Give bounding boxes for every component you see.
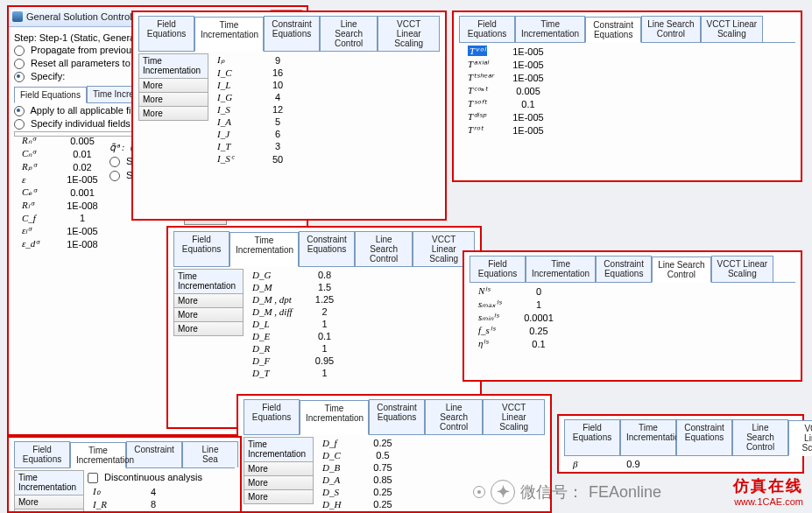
table-row: C_f1 [17,212,109,224]
tab-field[interactable]: FieldEquations [470,256,526,282]
tab-field[interactable]: FieldEquations [173,231,229,266]
radio-propagate[interactable] [14,46,25,56]
radio-specify-indiv[interactable] [14,119,25,130]
table-row: Tᵃˣⁱᵃˡ1E-005 [462,58,555,71]
tvol-table: Tᵛᵒˡ1E-005Tᵃˣⁱᵃˡ1E-005Tᵗˢʰᵉᵃʳ1E-005Tᶜᵒⁿᵗ… [462,45,555,137]
tab-time[interactable]: TimeIncrementation [70,442,126,468]
tab-constr[interactable]: ConstraintEquations [676,419,732,455]
tab-time[interactable]: TimeIncrementation [229,232,299,267]
table-row: Tᶜᵒⁿᵗ0.005 [462,84,555,97]
tab-line[interactable]: Line SearchControl [732,419,788,455]
brand-footer: 仿真在线 www.1CAE.com [733,477,803,508]
table-row: I_A5 [212,116,305,128]
tab-time[interactable]: TimeIncrementation [194,17,264,52]
qalpha-label: q̃ᵃ : [109,142,124,152]
table-row: sₘₐₓˡˢ1 [473,298,566,311]
tab-time[interactable]: TimeIncrementation [515,16,585,42]
table-row: Cₙᵅ0.01 [17,147,109,160]
table-row: D_G0.8 [247,269,352,281]
table-row: Tᵗˢʰᵉᵃʳ1E-005 [462,71,555,84]
more-button[interactable]: More [14,495,84,509]
tab-line[interactable]: Line SearchControl [641,16,700,42]
table-row: Tᵈⁱˢᵖ1E-005 [462,110,555,123]
tab-line[interactable]: Line SearchControl [355,231,413,266]
tab-constr[interactable]: ConstraintEquations [585,17,641,43]
table-row: I_C16 [212,67,305,79]
ip-table: Iₚ9I_C16I_L10I_G4I_S12I_A5I_J6I_T3I_Sᶜ50 [212,53,305,165]
tab-field[interactable]: FieldEquations [459,16,515,42]
label-discontinuous: Discontinuous analysis [104,472,202,482]
tab-line[interactable]: Line SearchControl [320,16,378,51]
side-label-time-inc: Time Incrementation [173,269,244,294]
table-row: Rₙᵅ0.005 [17,134,109,147]
tab-constr[interactable]: ConstraintEquations [264,16,320,51]
table-row: I_T3 [212,140,305,152]
table-row: Tᵛᵒˡ1E-005 [462,45,555,58]
table-row: D_E0.1 [247,330,352,342]
step-label: Step: [14,32,37,43]
more-button[interactable]: More [244,489,314,504]
tab-vcct[interactable]: VCCT LinearScaling [711,256,774,282]
more-button[interactable]: More [173,293,244,308]
df-table: D_f0.25D_C0.5D_B0.75D_A0.85D_S0.25D_H0.2… [317,437,410,513]
tab-line[interactable]: LineSea [182,441,238,467]
wechat-watermark: ✦ 微信号： FEAonline [473,480,661,504]
more-button[interactable]: More [244,461,314,476]
more-button[interactable]: More [138,92,208,107]
tab-vcct[interactable]: VCCT LinearScaling [378,16,440,51]
tab-constr[interactable]: ConstraintEquations [299,231,355,266]
more-button[interactable]: More [138,106,208,121]
table-row: sₘᵢₙˡˢ0.0001 [473,311,566,324]
radio-specify[interactable] [14,72,25,82]
tab-time[interactable]: TimeIncrementation [620,419,676,455]
i0-table: I₀4I_R8 [88,485,180,510]
table-row: D_A0.85 [317,474,410,486]
tab-line[interactable]: Line SearchControl [652,256,710,283]
tab-line[interactable]: Line SearchControl [425,399,483,434]
checkbox-discontinuous[interactable] [88,473,98,483]
table-row: β0.9 [568,458,660,470]
table-row: I_L10 [212,79,305,91]
ls-table: Nˡˢ0sₘₐₓˡˢ1sₘᵢₙˡˢ0.0001f_sˡˢ0.25ηˡˢ0.1 [473,285,566,350]
table-row: D_M , diff2 [247,306,352,318]
tab-constr[interactable]: ConstraintEquations [596,256,652,282]
tab-time[interactable]: TimeIncrementation [526,256,596,282]
table-row: D_M1.5 [247,281,352,293]
more-button[interactable]: More [173,321,244,336]
tab-vcct[interactable]: VCCT LinearScaling [788,420,812,456]
side-label-time-inc: Time Incrementation [14,470,84,495]
tab-field[interactable]: FieldEquations [138,16,194,51]
table-row: I_S12 [212,103,305,116]
table-row: Tˢᵒᶠᵗ0.1 [462,97,555,110]
table-row: I₀4 [88,485,180,498]
label-specify: Specify: [31,71,65,81]
table-row: I_Sᶜ50 [212,152,305,165]
tab-field[interactable]: FieldEquations [564,419,620,455]
app-icon [12,11,23,22]
more-button[interactable]: More [244,475,314,490]
tab-field[interactable]: FieldEquations [244,399,300,434]
table-row: Rₗᵅ1E-008 [17,199,109,212]
more-button[interactable]: More [173,307,244,322]
tab-constr[interactable]: Constraint [126,441,182,467]
table-row: D_F0.95 [247,355,352,367]
tab-vcct[interactable]: VCCT LinearScaling [483,399,545,434]
side-label-time-inc: Time Incrementation [244,437,314,462]
tab-constr[interactable]: ConstraintEquations [369,399,425,434]
tab-time[interactable]: TimeIncrementation [300,400,369,435]
radio-spec-t0[interactable] [109,157,120,167]
tab-field[interactable]: FieldEquations [14,441,70,467]
table-row: I_R8 [88,498,180,510]
side-label-time-inc: Time Incrementation [138,53,208,79]
table-row: f_sˡˢ0.25 [473,324,566,337]
radio-reset[interactable] [14,59,25,69]
dg-table: D_G0.8D_M1.5D_M , dpt1.25D_M , diff2D_L1… [247,269,352,379]
tab-field-equations[interactable]: Field Equations [14,87,87,103]
radio-apply-all[interactable] [14,106,25,116]
more-button[interactable]: More [138,78,208,93]
step-value: Step-1 (Static, Genera [39,32,135,43]
radio-spec-all[interactable] [109,171,120,181]
table-row: ε_dᵅ1E-008 [17,237,109,250]
tab-vcct[interactable]: VCCT LinearScaling [701,16,764,42]
more-button[interactable]: More [14,509,84,513]
